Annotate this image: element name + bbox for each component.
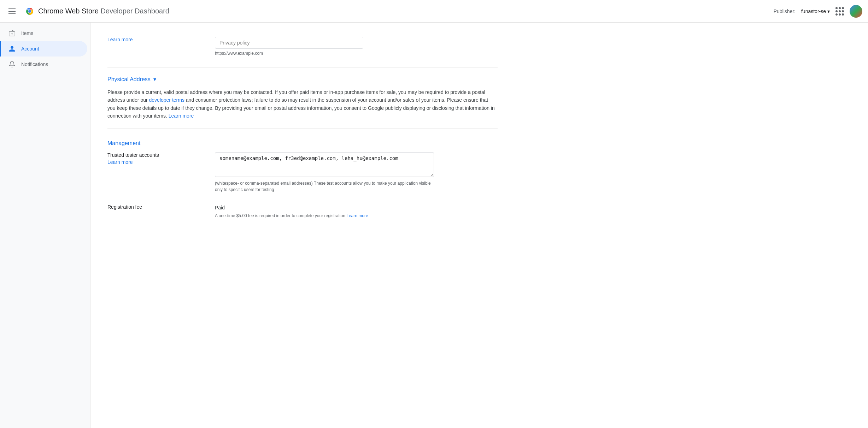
registration-fee-label-col: Registration fee xyxy=(107,204,206,211)
registration-fee-value: Paid xyxy=(215,204,498,210)
publisher-selector[interactable]: funastor-se ▾ xyxy=(801,8,830,14)
sidebar-item-notifications-label: Notifications xyxy=(21,61,48,67)
registration-fee-value-col: Paid A one-time $5.00 fee is required in… xyxy=(215,204,498,218)
svg-point-2 xyxy=(28,10,31,13)
privacy-policy-input-col: https://www.example.com xyxy=(215,37,498,56)
publisher-label: Publisher: xyxy=(774,8,796,14)
privacy-policy-label-col: Learn more xyxy=(107,37,206,42)
avatar[interactable] xyxy=(850,5,862,18)
hamburger-menu-button[interactable] xyxy=(6,6,18,17)
account-circle-icon xyxy=(8,45,16,52)
header-title: Chrome Web Store Developer Dashboard xyxy=(38,7,169,15)
header-left: Chrome Web Store Developer Dashboard xyxy=(6,6,774,17)
physical-address-learn-more-link[interactable]: Learn more xyxy=(169,113,194,119)
privacy-policy-row: Learn more https://www.example.com xyxy=(107,37,498,56)
sidebar-item-account[interactable]: Account xyxy=(0,41,87,57)
sidebar-item-account-label: Account xyxy=(21,46,39,52)
chevron-down-icon: ▾ xyxy=(827,8,830,14)
physical-address-header: Physical Address ▾ xyxy=(107,76,498,83)
chrome-logo-icon xyxy=(24,6,35,17)
registration-fee-learn-more-link[interactable]: Learn more xyxy=(346,213,368,218)
registration-fee-label: Registration fee xyxy=(107,204,206,210)
content-area: Learn more https://www.example.com Physi… xyxy=(90,23,515,238)
sidebar-item-items[interactable]: Items xyxy=(0,25,87,41)
trusted-tester-textarea[interactable]: somename@example.com, fr3ed@example.com,… xyxy=(215,152,434,177)
physical-address-section: Physical Address ▾ Please provide a curr… xyxy=(107,76,498,120)
privacy-policy-learn-more-link[interactable]: Learn more xyxy=(107,37,133,42)
sidebar-item-items-label: Items xyxy=(21,30,33,36)
logo-container: Chrome Web Store Developer Dashboard xyxy=(24,6,169,17)
management-title: Management xyxy=(107,140,140,147)
chevron-down-icon[interactable]: ▾ xyxy=(153,76,156,83)
trusted-tester-label: Trusted tester accounts xyxy=(107,152,206,158)
trusted-tester-row: Trusted tester accounts Learn more somen… xyxy=(107,152,498,193)
privacy-policy-input[interactable] xyxy=(215,37,363,49)
physical-address-title[interactable]: Physical Address xyxy=(107,76,151,83)
apps-grid-button[interactable] xyxy=(835,7,844,16)
trusted-tester-hint: (whitespace- or comma-separated email ad… xyxy=(215,180,434,193)
main-content: Learn more https://www.example.com Physi… xyxy=(90,23,868,428)
privacy-policy-hint: https://www.example.com xyxy=(215,51,498,56)
sidebar-item-notifications[interactable]: Notifications xyxy=(0,57,87,72)
header-right: Publisher: funastor-se ▾ xyxy=(774,5,862,18)
main-layout: Items Account Notifications xyxy=(0,23,868,428)
section-divider xyxy=(107,129,498,129)
trusted-tester-learn-more-link[interactable]: Learn more xyxy=(107,159,133,165)
app-header: Chrome Web Store Developer Dashboard Pub… xyxy=(0,0,868,23)
trusted-tester-value-col: somename@example.com, fr3ed@example.com,… xyxy=(215,152,498,193)
bell-icon xyxy=(8,61,16,68)
sidebar: Items Account Notifications xyxy=(0,23,90,428)
trusted-tester-label-col: Trusted tester accounts Learn more xyxy=(107,152,206,165)
privacy-policy-section: Learn more https://www.example.com xyxy=(107,31,498,67)
management-header: Management xyxy=(107,140,498,147)
management-section: Management Trusted tester accounts Learn… xyxy=(107,140,498,218)
developer-terms-link[interactable]: developer terms xyxy=(149,97,184,103)
physical-address-description: Please provide a current, valid postal a… xyxy=(107,88,496,120)
package-icon xyxy=(8,30,16,37)
registration-fee-note: A one-time $5.00 fee is required in orde… xyxy=(215,213,498,218)
registration-fee-row: Registration fee Paid A one-time $5.00 f… xyxy=(107,204,498,218)
